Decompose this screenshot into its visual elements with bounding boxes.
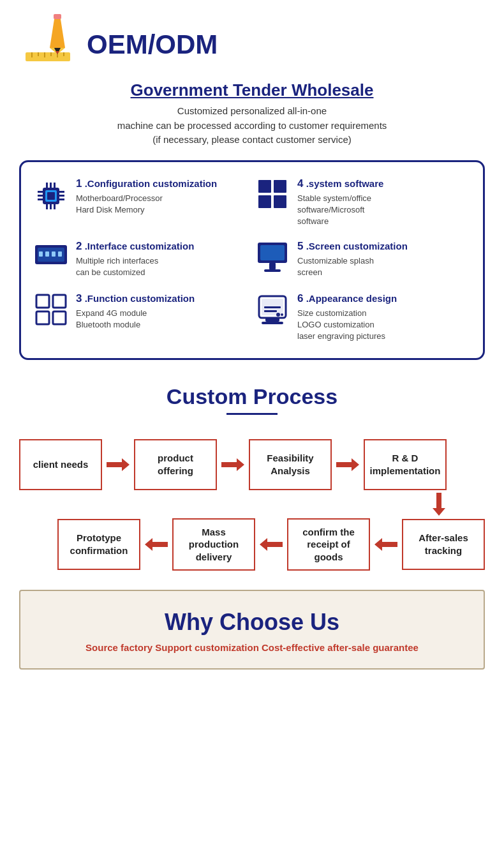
why-choose-us-box: Why Choose Us Source factory Support cus… <box>19 590 485 670</box>
svg-rect-30 <box>258 195 271 208</box>
svg-rect-44 <box>36 311 49 324</box>
svg-rect-45 <box>53 311 66 324</box>
svg-rect-18 <box>38 199 43 200</box>
feature-desc-1: Motherboard/ProcessorHard Disk Memory <box>76 193 217 216</box>
subtitle-desc: Customized personalized all-in-onemachin… <box>19 104 485 147</box>
process-box-confirm-receipt: confirm thereceipt ofgoods <box>287 518 370 571</box>
function-icon <box>34 294 68 332</box>
feature-title-6: 6 .Appearance design <box>297 292 397 305</box>
svg-rect-24 <box>54 183 56 188</box>
process-box-after-sales: After-salestracking <box>402 519 485 570</box>
page: OEM/ODM Government Tender Wholesale Cust… <box>0 0 504 689</box>
svg-rect-15 <box>47 192 55 200</box>
svg-marker-55 <box>221 458 244 471</box>
feature-text-1: 1 .Configuration customization Motherboa… <box>76 177 217 216</box>
feature-desc-5: Customizable splashscreen <box>297 255 408 278</box>
svg-marker-58 <box>374 538 397 551</box>
pencil-ruler-icon <box>19 13 77 77</box>
feature-item-1: 1 .Configuration customization Motherboa… <box>34 177 249 228</box>
why-subtitle: Source factory Support customization Cos… <box>33 642 471 653</box>
svg-rect-49 <box>264 306 281 308</box>
svg-rect-19 <box>59 191 64 193</box>
header-section: OEM/ODM <box>19 13 485 77</box>
chip-icon <box>34 179 68 220</box>
features-grid: 1 .Configuration customization Motherboa… <box>34 177 470 343</box>
svg-rect-29 <box>274 180 286 193</box>
svg-rect-27 <box>54 204 56 209</box>
arrow-left-3 <box>140 537 172 552</box>
feature-item-2: 2 .Interface customization Multiple rich… <box>34 240 249 280</box>
feature-desc-4: Stable system/officesoftware/Microsoftso… <box>297 193 383 228</box>
process-box-rd: R & Dimplementation <box>364 439 447 490</box>
svg-rect-12 <box>54 14 61 19</box>
feature-item-4: 4 .system software Stable system/offices… <box>255 177 470 228</box>
svg-rect-28 <box>258 180 271 193</box>
process-box-prototype: Prototypeconfirmation <box>57 519 140 570</box>
svg-rect-37 <box>58 251 62 257</box>
feature-title-4: 4 .system software <box>297 177 383 190</box>
svg-rect-34 <box>39 251 43 257</box>
feature-text-2: 2 .Interface customization Multiple rich… <box>76 240 194 278</box>
feature-desc-3: Expand 4G moduleBluetooth module <box>76 308 195 331</box>
svg-marker-7 <box>50 19 65 48</box>
why-title: Why Choose Us <box>33 609 471 636</box>
feature-title-1: 1 .Configuration customization <box>76 177 217 190</box>
svg-rect-23 <box>50 183 52 188</box>
feature-text-3: 3 .Function customization Expand 4G modu… <box>76 292 195 331</box>
svg-marker-59 <box>260 538 283 551</box>
features-box: 1 .Configuration customization Motherboa… <box>19 160 485 360</box>
svg-rect-35 <box>45 251 49 257</box>
svg-rect-40 <box>269 263 276 269</box>
svg-rect-39 <box>260 245 285 260</box>
arrow-left-2 <box>255 537 287 552</box>
svg-rect-53 <box>262 322 283 324</box>
svg-rect-36 <box>52 251 56 257</box>
svg-marker-60 <box>145 538 168 551</box>
arrow-right-2 <box>217 457 249 472</box>
process-row-1: client needs productoffering Feasibility… <box>19 439 485 490</box>
monitor-icon <box>255 241 290 280</box>
process-box-feasibility: FeasibilityAnalysis <box>249 439 332 490</box>
svg-rect-48 <box>264 310 277 312</box>
process-row-2: After-salestracking confirm thereceipt o… <box>19 518 485 571</box>
header-title: OEM/ODM <box>87 29 218 60</box>
interface-icon <box>34 241 68 273</box>
arrow-right-3 <box>332 457 364 472</box>
svg-point-50 <box>276 313 280 317</box>
feature-text-6: 6 .Appearance design Size customizationL… <box>297 292 397 343</box>
feature-item-6: 6 .Appearance design Size customizationL… <box>255 292 470 343</box>
svg-rect-52 <box>265 318 279 322</box>
feature-title-5: 5 .Screen customization <box>297 240 408 253</box>
svg-rect-43 <box>53 295 66 308</box>
process-section: Custom Process client needs productoffer… <box>19 379 485 571</box>
feature-desc-6: Size customizationLOGO customizationlase… <box>297 308 397 343</box>
svg-rect-16 <box>38 191 43 193</box>
svg-rect-22 <box>46 183 48 188</box>
feature-item-5: 5 .Screen customization Customizable spl… <box>255 240 470 280</box>
svg-rect-25 <box>46 204 48 209</box>
process-box-mass-production: Massproductiondelivery <box>172 518 255 571</box>
feature-desc-2: Multiple rich interfacescan be customize… <box>76 255 194 278</box>
svg-point-51 <box>281 313 283 316</box>
subtitle-main: Government Tender Wholesale <box>19 80 485 100</box>
arrow-right-1 <box>102 457 134 472</box>
svg-rect-41 <box>264 269 281 272</box>
feature-title-3: 3 .Function customization <box>76 292 195 305</box>
svg-marker-57 <box>433 493 445 516</box>
svg-rect-26 <box>50 204 52 209</box>
arrow-down-container <box>19 493 485 516</box>
svg-rect-21 <box>59 199 64 200</box>
svg-rect-31 <box>274 195 286 208</box>
feature-item-3: 3 .Function customization Expand 4G modu… <box>34 292 249 343</box>
svg-rect-17 <box>38 195 43 197</box>
feature-text-4: 4 .system software Stable system/offices… <box>297 177 383 228</box>
device-icon <box>255 294 290 332</box>
svg-marker-56 <box>336 458 359 471</box>
svg-marker-54 <box>107 458 130 471</box>
windows-icon <box>255 179 290 216</box>
process-box-client-needs: client needs <box>19 439 102 490</box>
process-box-product-offering: productoffering <box>134 439 217 490</box>
svg-rect-20 <box>59 195 64 197</box>
feature-text-5: 5 .Screen customization Customizable spl… <box>297 240 408 278</box>
process-title: Custom Process <box>19 379 485 420</box>
